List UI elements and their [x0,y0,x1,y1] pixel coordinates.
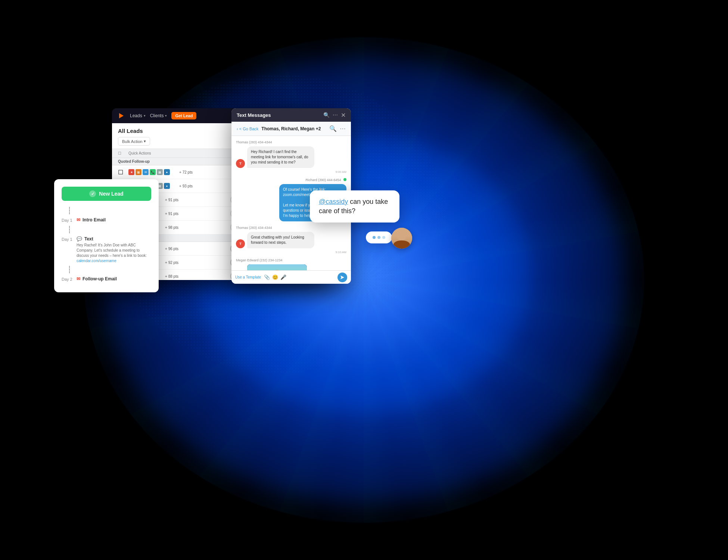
action-icons: ★ ▦ ✉ 📞 ▦ ● [128,169,170,175]
online-indicator [343,178,346,181]
action-icon-blue[interactable]: ✉ [143,169,149,175]
get-lead-button[interactable]: Get Lead [171,112,196,119]
emoji-icon[interactable]: 😊 [272,274,278,280]
mention-bubble: @cassidy can you take care of this? [310,190,399,223]
nav-clients[interactable]: Clients ▾ [150,113,167,118]
close-messages-icon[interactable]: ✕ [341,112,346,119]
message-group-1: Thomas (283) 434-4344 T Hey Richard! I c… [236,140,346,174]
workflow-step-2: Day 1 💬 Text Hey Rachel! It's John Doe w… [62,236,151,264]
step-content-1: ✉ Intro Email [77,217,151,224]
avatar-body [393,240,410,249]
search-contact-icon[interactable]: 🔍 [329,125,337,132]
mention-name[interactable]: @cassidy [319,198,348,205]
new-lead-button[interactable]: ✓ New Lead [62,187,151,201]
shape-score: + 91 pts [159,212,185,216]
nav-leads[interactable]: Leads ▾ [130,113,146,118]
calendar-link[interactable]: calendar.com/username [77,259,116,263]
avatar-shape [391,228,412,249]
nav-clients-chevron: ▾ [165,114,167,118]
step-day-2: Day 1 [62,237,73,242]
more-contact-options-icon[interactable]: ⋯ [340,125,346,132]
attachment-icon[interactable]: 📎 [264,274,270,280]
workflow-step-3: Day 2 ✉ Follow-up Email [62,276,151,283]
message-bubble-1: Hey Richard! I can't find the meeting li… [247,146,314,168]
subheader-actions: 🔍 ⋯ [329,125,346,132]
step-label-2: Text [84,236,93,242]
message-group-3: Thomas (283) 434-4344 T Great chatting w… [236,226,346,254]
play-triangle-icon [119,113,124,118]
app-logo [117,112,125,120]
agent-avatar [391,228,412,249]
more-options-icon[interactable]: ⋯ [333,112,338,118]
sender-name-1: Thomas (283) 434-4344 [236,140,346,144]
checkbox-header: ☐ [118,151,125,155]
step-title-1: ✉ Intro Email [77,217,151,223]
step-day-1: Day 1 [62,218,73,223]
step-day-3: Day 2 [62,277,73,281]
step-content-3: ✉ Follow-up Email [77,276,151,283]
action-icon-gray[interactable]: ▦ [157,169,163,175]
message-bubble-wrap-1: T Hey Richard! I can't find the meeting … [236,146,346,168]
messages-input-area: Use a Template 📎 😊 🎤 [231,270,351,284]
message-bubble-wrap-4: M [236,264,346,270]
use-template-button[interactable]: Use a Template [235,275,261,279]
typing-dot-3 [382,236,385,239]
action-icon-red[interactable]: ★ [128,169,134,175]
nav-leads-chevron: ▾ [144,114,146,118]
sms-icon: 💬 [77,236,82,242]
step-label-1: Intro Email [83,217,106,223]
messages-title: Text Messages [237,112,271,118]
video-thumbnail [247,264,307,270]
bulk-action-button[interactable]: Bulk Action ▾ [118,137,150,146]
messages-subheader: ‹ < Go Back Thomas, Richard, Megan +2 🔍 … [231,122,351,136]
contact-name-header: Thomas, Richard, Megan +2 [261,126,326,131]
microphone-icon[interactable]: 🎤 [280,274,286,280]
chevron-down-icon: ▾ [144,139,146,144]
email-icon-2: ✉ [77,276,80,281]
action-icon-dark-blue[interactable]: ● [164,183,170,189]
step-title-3: ✉ Follow-up Email [77,276,151,281]
step-title-2: 💬 Text [77,236,151,242]
sender-name-4: Megan Edward (232) 234-1234 [236,258,346,262]
search-messages-icon[interactable]: 🔍 [323,112,330,118]
action-icon-orange[interactable]: ▦ [136,169,141,175]
video-bubble[interactable] [247,264,307,270]
workflow-connector-2 [69,226,70,233]
typing-dot-1 [373,236,376,239]
back-button[interactable]: ‹ < Go Back [237,127,258,131]
avatar-head [396,230,407,240]
workflow-connector-1 [69,207,70,214]
shape-score: + 98 pts [159,225,185,230]
step-label-3: Follow-up Email [83,276,117,281]
input-actions: 📎 😊 🎤 [264,274,286,280]
message-bubble-wrap-3: T Great chatting with you! Looking forwa… [236,232,346,248]
avatar-thomas-2: T [236,239,245,248]
step-content-2: 💬 Text Hey Rachel! It's John Doe with AB… [77,236,151,264]
action-icon-green[interactable]: 📞 [150,169,156,175]
workflow-connector-3 [69,266,70,273]
video-background [247,264,307,270]
quick-actions-header: Quick Actions [128,151,224,155]
sender-name-2: Richard (390) 444-6454 [236,178,346,182]
timestamp-3: 9:10 AM [236,251,346,254]
shape-score: + 72 pts [173,170,199,174]
row-checkbox[interactable]: ☐ [118,169,125,176]
timestamp-1: 9:00 AM [236,170,346,174]
shape-score: + 93 pts [173,184,199,188]
message-group-4: Megan Edward (232) 234-1234 M [236,258,346,270]
messages-controls: 🔍 ⋯ ✕ [323,112,346,119]
email-icon: ✉ [77,217,80,223]
step-text-2: Hey Rachel! It's John Doe with ABC Compa… [77,243,151,264]
avatar-thomas: T [236,159,245,168]
shape-score: + 92 pts [159,261,185,265]
send-button[interactable] [337,273,347,282]
action-icon-dark-blue[interactable]: ● [164,169,170,175]
shape-score: + 91 pts [159,198,185,202]
send-icon [340,275,345,280]
check-icon: ✓ [89,190,96,197]
back-label: < Go Back [239,127,259,131]
typing-indicator [366,231,392,243]
workflow-step-1: Day 1 ✉ Intro Email [62,217,151,224]
back-chevron-icon: ‹ [237,127,238,131]
typing-dot-2 [377,236,380,239]
